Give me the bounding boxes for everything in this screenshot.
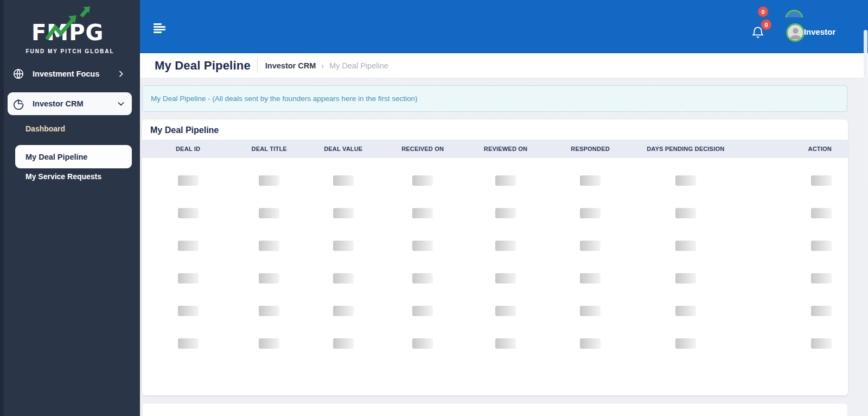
- loading-placeholder: [333, 241, 354, 251]
- breadcrumb-current: My Deal Pipeline: [329, 61, 388, 70]
- column-header: DEAL ID: [142, 146, 234, 152]
- table-body: [142, 158, 848, 361]
- table-cell: [142, 306, 234, 318]
- table-cell: [633, 241, 738, 253]
- sidebar-item-my-service-requests[interactable]: My Service Requests: [25, 172, 101, 181]
- loading-placeholder: [333, 208, 354, 218]
- column-header: RECEIVED ON: [382, 146, 463, 152]
- loading-placeholder: [495, 273, 516, 283]
- deal-pipeline-card: My Deal Pipeline DEAL IDDEAL TITLEDEAL V…: [142, 119, 848, 395]
- table-cell: [304, 175, 382, 188]
- brand-tagline: FUND MY PITCH GLOBAL: [0, 48, 140, 54]
- sidebar-item-label: Investment Focus: [33, 70, 117, 78]
- globe-icon: [12, 68, 24, 80]
- sidebar-item-investment-focus[interactable]: Investment Focus: [8, 66, 132, 82]
- table-cell: [142, 208, 234, 220]
- loading-placeholder: [412, 273, 433, 283]
- table-cell: [633, 306, 738, 318]
- sidebar-item-dashboard[interactable]: Dashboard: [25, 124, 65, 133]
- table-cell: [738, 306, 848, 318]
- loading-placeholder: [178, 338, 199, 349]
- table-row: [142, 295, 848, 328]
- page-header: My Deal Pipeline Investor CRM › My Deal …: [140, 53, 868, 78]
- loading-placeholder: [580, 273, 601, 283]
- table-cell: [738, 241, 848, 253]
- sidebar-item-investor-crm[interactable]: Investor CRM: [8, 92, 132, 115]
- table-cell: [234, 273, 304, 286]
- table-cell: [463, 338, 548, 351]
- table-cell: [548, 338, 633, 351]
- column-header: DEAL VALUE: [304, 146, 382, 152]
- loading-placeholder: [495, 241, 516, 251]
- loading-placeholder: [259, 241, 279, 251]
- table-cell: [382, 175, 463, 188]
- breadcrumb-separator-icon: ›: [321, 61, 324, 70]
- loading-placeholder: [580, 175, 601, 186]
- loading-placeholder: [412, 338, 433, 349]
- loading-placeholder: [259, 273, 279, 283]
- sidebar-item-my-deal-pipeline[interactable]: My Deal Pipeline: [15, 145, 132, 168]
- table-cell: [142, 241, 234, 253]
- brand-logo[interactable]: FMPG FUND MY PITCH GLOBAL: [0, 4, 140, 54]
- loading-placeholder: [495, 306, 516, 316]
- loading-placeholder: [675, 175, 696, 186]
- table-cell: [382, 273, 463, 286]
- table-cell: [463, 208, 548, 220]
- table-cell: [633, 273, 738, 286]
- table-cell: [548, 273, 633, 286]
- table-cell: [548, 175, 633, 188]
- menu-toggle-icon[interactable]: [154, 23, 167, 32]
- sidebar: FMPG FUND MY PITCH GLOBAL Investment Foc…: [0, 0, 140, 416]
- loading-placeholder: [580, 338, 601, 349]
- table-header-row: DEAL IDDEAL TITLEDEAL VALUERECEIVED ONRE…: [142, 140, 848, 158]
- loading-placeholder: [412, 306, 433, 316]
- user-menu-label[interactable]: Investor: [804, 27, 835, 36]
- next-section-card: [142, 403, 848, 416]
- notification-badge: 0: [761, 20, 771, 30]
- user-avatar[interactable]: [786, 23, 805, 42]
- column-header: REVIEWED ON: [463, 146, 548, 152]
- topbar: 0 0 Investor: [140, 0, 868, 53]
- chevron-down-icon: [117, 99, 125, 108]
- loading-placeholder: [259, 175, 279, 186]
- loading-placeholder: [178, 208, 199, 218]
- table-cell: [382, 338, 463, 351]
- table-cell: [382, 241, 463, 253]
- table-cell: [633, 338, 738, 351]
- loading-placeholder: [811, 338, 832, 349]
- pie-chart-icon: [12, 98, 24, 110]
- breadcrumb-parent[interactable]: Investor CRM: [265, 61, 316, 70]
- table-cell: [304, 241, 382, 253]
- table-cell: [633, 175, 738, 188]
- table-cell: [548, 208, 633, 220]
- column-header: ACTION: [738, 146, 848, 152]
- sidebar-item-label: Investor CRM: [33, 99, 117, 108]
- table-row: [142, 263, 848, 295]
- loading-placeholder: [580, 241, 601, 251]
- column-header: DAYS PENDING DECISION: [633, 146, 738, 152]
- loading-placeholder: [333, 175, 354, 186]
- info-alert: My Deal Pipeline - (All deals sent by th…: [142, 85, 847, 112]
- loading-placeholder: [178, 306, 199, 316]
- loading-placeholder: [675, 306, 696, 316]
- column-header: RESPONDED: [548, 146, 633, 152]
- table-title: My Deal Pipeline: [142, 119, 848, 140]
- table-cell: [304, 273, 382, 286]
- table-cell: [234, 306, 304, 318]
- table-cell: [304, 208, 382, 220]
- loading-placeholder: [178, 273, 199, 283]
- table-cell: [738, 175, 848, 188]
- loading-placeholder: [811, 241, 832, 251]
- table-cell: [463, 306, 548, 318]
- loading-placeholder: [412, 175, 433, 186]
- table-cell: [738, 338, 848, 351]
- notifications-button[interactable]: 0: [751, 24, 767, 42]
- fmpg-logo-icon: FMPG: [24, 4, 116, 48]
- loading-placeholder: [178, 241, 199, 251]
- scrollbar-thumb[interactable]: [864, 30, 867, 187]
- table-row: [142, 198, 848, 230]
- loading-placeholder: [675, 338, 696, 349]
- loading-placeholder: [811, 306, 832, 316]
- loading-placeholder: [580, 306, 601, 316]
- table-row: [142, 165, 848, 198]
